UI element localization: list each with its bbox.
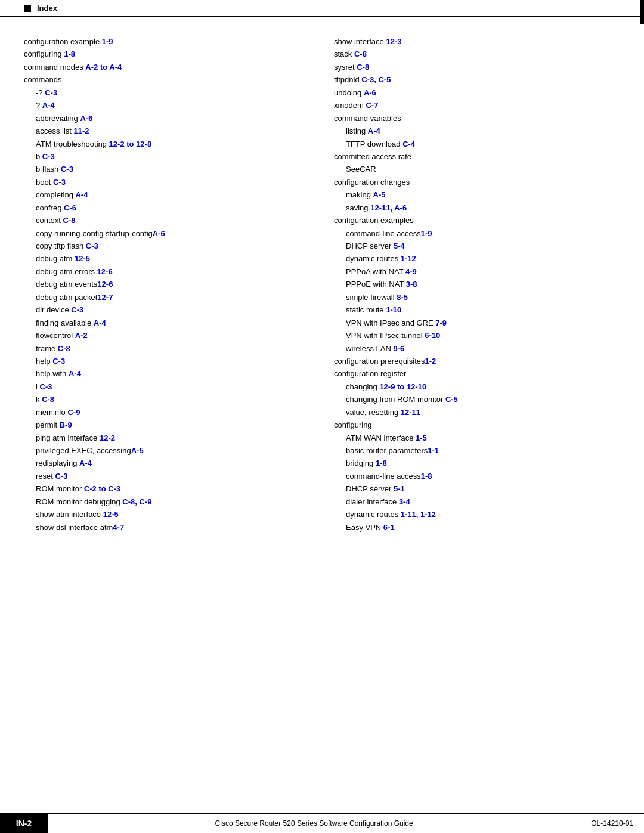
- entry-text: DHCP server: [346, 241, 394, 250]
- entry-link[interactable]: 1-10: [386, 305, 401, 314]
- entry-link[interactable]: C-3: [86, 241, 98, 250]
- entry-link[interactable]: 1-1: [428, 446, 439, 455]
- list-item: b flash C-3: [36, 163, 310, 175]
- entry-text: permit: [36, 420, 60, 429]
- entry-link[interactable]: 7-9: [435, 318, 447, 327]
- entry-link[interactable]: C-6: [64, 203, 76, 212]
- entry-link[interactable]: A-2: [75, 331, 88, 340]
- entry-link[interactable]: 12-5: [103, 510, 119, 519]
- entry-link[interactable]: C-7: [366, 101, 378, 110]
- entry-link[interactable]: 1-11, 1-12: [401, 510, 436, 519]
- entry-link[interactable]: C-3: [40, 382, 52, 391]
- entry-link[interactable]: 12-2: [100, 433, 115, 442]
- list-item: show dsl interface atm4-7: [36, 521, 310, 534]
- entry-text: -?: [36, 88, 45, 97]
- entry-text: configuration register: [334, 369, 406, 378]
- entry-link[interactable]: A-4: [368, 126, 380, 135]
- entry-text: changing from ROM monitor: [346, 395, 445, 404]
- entry-link[interactable]: 12-2 to 12-8: [109, 140, 152, 148]
- entry-link[interactable]: 12-6: [97, 267, 113, 276]
- entry-link[interactable]: 1-2: [425, 357, 436, 366]
- entry-link[interactable]: 1-5: [416, 433, 427, 442]
- entry-link[interactable]: C-3, C-5: [361, 75, 391, 84]
- entry-link[interactable]: 1-9: [102, 37, 113, 46]
- entry-link[interactable]: 8-5: [397, 293, 408, 302]
- list-item: command variables: [334, 112, 620, 125]
- entry-link[interactable]: 5-4: [394, 241, 405, 250]
- list-item: b C-3: [36, 150, 310, 163]
- entry-link[interactable]: C-3: [55, 472, 68, 481]
- entry-link[interactable]: A-5: [131, 446, 144, 455]
- entry-link[interactable]: C-9: [67, 408, 80, 417]
- entry-text: Easy VPN: [346, 523, 383, 532]
- entry-link[interactable]: A-4: [69, 369, 81, 378]
- entry-text: ROM monitor: [36, 484, 84, 493]
- entry-link[interactable]: A-6: [80, 114, 92, 123]
- entry-link[interactable]: A-4: [42, 101, 55, 110]
- list-item: debug atm packet12-7: [36, 291, 310, 304]
- entry-link[interactable]: 1-8: [64, 49, 75, 58]
- entry-text: stack: [334, 49, 354, 58]
- entry-link[interactable]: 4-9: [405, 267, 417, 276]
- entry-link[interactable]: A-5: [373, 190, 386, 199]
- entry-link[interactable]: C-3: [42, 152, 55, 161]
- entry-link[interactable]: C-3: [71, 305, 83, 314]
- entry-link[interactable]: B-9: [60, 420, 72, 429]
- entry-link[interactable]: C-8: [63, 216, 76, 225]
- entry-link[interactable]: 12-3: [386, 37, 401, 46]
- entry-link[interactable]: A-2 to A-4: [85, 63, 122, 72]
- entry-text: xmodem: [334, 101, 366, 110]
- entry-link[interactable]: 9-6: [393, 344, 404, 353]
- entry-link[interactable]: A-6: [153, 229, 165, 238]
- entry-link[interactable]: 12-11: [401, 408, 420, 417]
- list-item: reset C-3: [36, 470, 310, 482]
- entry-link[interactable]: C-8: [58, 344, 70, 353]
- list-item: frame C-8: [36, 342, 310, 355]
- list-item: undoing A-6: [334, 86, 620, 99]
- entry-text: configuration prerequisites: [334, 357, 425, 366]
- entry-link[interactable]: 3-8: [406, 280, 417, 289]
- entry-link[interactable]: 1-8: [421, 472, 432, 481]
- entry-text: debug atm events: [36, 280, 97, 289]
- entry-link[interactable]: A-4: [75, 190, 88, 199]
- entry-text: dir device: [36, 305, 71, 314]
- entry-link[interactable]: 1-8: [376, 459, 387, 467]
- entry-link[interactable]: 1-12: [401, 254, 416, 263]
- entry-text: PPPoE with NAT: [346, 280, 406, 289]
- entry-link[interactable]: C-5: [445, 395, 458, 404]
- list-item: commands: [24, 73, 310, 86]
- list-item: help C-3: [36, 355, 310, 367]
- entry-link[interactable]: 5-1: [394, 484, 405, 493]
- entry-link[interactable]: C-8: [42, 395, 54, 404]
- entry-link[interactable]: C-3: [61, 165, 73, 174]
- list-item: SeeCAR: [346, 163, 620, 175]
- entry-link[interactable]: 12-6: [97, 280, 113, 289]
- entry-link[interactable]: 4-7: [113, 523, 124, 532]
- entry-link[interactable]: 6-1: [383, 523, 395, 532]
- entry-text: saving: [346, 203, 370, 212]
- entry-link[interactable]: C-4: [402, 140, 415, 148]
- entry-link[interactable]: C-8, C-9: [122, 497, 151, 506]
- entry-link[interactable]: 3-4: [399, 497, 410, 506]
- entry-link[interactable]: C-8: [354, 49, 367, 58]
- entry-link[interactable]: A-4: [94, 318, 106, 327]
- entry-text: access list: [36, 126, 74, 135]
- entry-link[interactable]: A-6: [364, 88, 376, 97]
- entry-link[interactable]: 12-11, A-6: [370, 203, 407, 212]
- entry-link[interactable]: 12-5: [75, 254, 90, 263]
- entry-link[interactable]: 11-2: [74, 126, 89, 135]
- entry-link[interactable]: C-2 to C-3: [84, 484, 120, 493]
- list-item: meminfo C-9: [36, 406, 310, 419]
- entry-link[interactable]: C-3: [53, 178, 66, 187]
- entry-link[interactable]: C-3: [45, 88, 57, 97]
- entry-link[interactable]: 6-10: [425, 331, 440, 340]
- entry-text: committed access rate: [334, 152, 411, 161]
- list-item: Easy VPN 6-1: [346, 521, 620, 534]
- list-item: debug atm events12-6: [36, 278, 310, 290]
- entry-link[interactable]: A-4: [79, 459, 92, 467]
- entry-link[interactable]: 12-7: [97, 293, 113, 302]
- entry-link[interactable]: C-3: [52, 357, 65, 366]
- entry-link[interactable]: 12-9 to 12-10: [379, 382, 426, 391]
- entry-link[interactable]: C-8: [357, 63, 369, 72]
- entry-link[interactable]: 1-9: [421, 229, 432, 238]
